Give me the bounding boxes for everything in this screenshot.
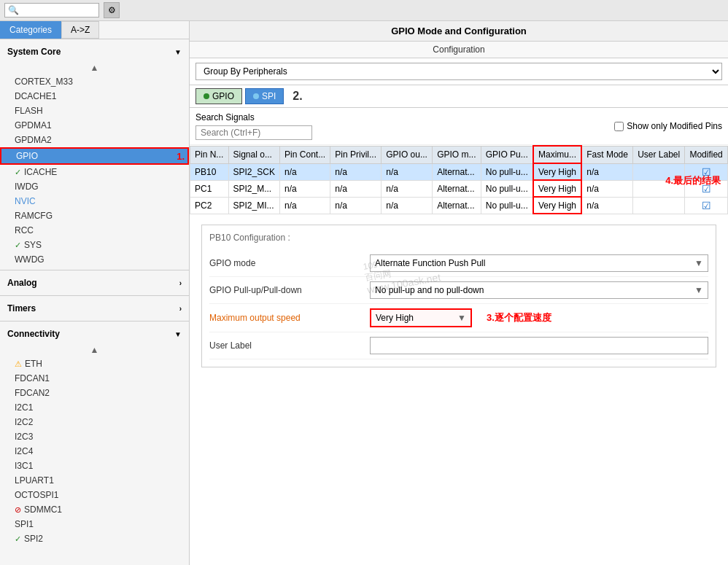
cell-modified: ☑ <box>685 197 728 214</box>
cell-gpio-pu: No pull-u... <box>481 197 533 214</box>
cell-pin: PC1 <box>190 180 229 197</box>
gpio-pullup-select[interactable]: No pull-up and no pull-down ▼ <box>370 281 708 299</box>
cell-pin-cont: n/a <box>280 163 330 180</box>
sidebar-item-flash[interactable]: FLASH <box>0 104 189 118</box>
sidebar-item-iwdg[interactable]: IWDG <box>0 179 189 194</box>
sidebar-item-lpuart1[interactable]: LPUART1 <box>0 473 189 488</box>
gpio-pullup-value: No pull-up and no pull-down ▼ <box>370 281 708 299</box>
sidebar-item-gpdma2[interactable]: GPDMA2 <box>0 133 189 147</box>
sidebar-item-i2c3[interactable]: I2C3 <box>0 429 189 444</box>
cell-signal: SPI2_MI... <box>228 197 280 214</box>
cell-pin: PC2 <box>190 197 229 214</box>
item-label: RCC <box>15 225 34 235</box>
section-connectivity[interactable]: Connectivity ▼ <box>0 324 189 343</box>
spi-tab-label: SPI <box>262 91 276 101</box>
table-row[interactable]: PC1 SPI2_M... n/a n/a n/a Alternat... No… <box>190 180 728 197</box>
sidebar-item-fdcan2[interactable]: FDCAN2 <box>0 386 189 400</box>
search-signals-input[interactable] <box>195 125 312 140</box>
cell-pin: PB10 <box>190 163 229 180</box>
group-by-select[interactable]: Group By Peripherals <box>195 63 722 80</box>
tab-atoz[interactable]: A->Z <box>61 21 99 39</box>
sidebar-item-dcache1[interactable]: DCACHE1 <box>0 89 189 104</box>
gpio-pullup-label: GPIO Pull-up/Pull-down <box>209 285 370 295</box>
user-label-input[interactable] <box>370 337 708 354</box>
cell-pin-cont: n/a <box>280 197 330 214</box>
item-label: SPI1 <box>15 519 34 529</box>
col-gpio-out: GPIO ou... <box>382 146 433 163</box>
sidebar-item-gpdma1[interactable]: GPDMA1 <box>0 118 189 133</box>
section-connectivity-label: Connectivity <box>7 329 60 339</box>
sidebar-item-sys[interactable]: ✓ SYS <box>0 238 189 252</box>
sidebar-item-i2c4[interactable]: I2C4 <box>0 444 189 459</box>
check-icon: ✓ <box>15 534 21 544</box>
table-container: Pin N... Signal o... Pin Cont... Pin Pri… <box>190 145 728 214</box>
gpio-mode-label: GPIO mode <box>209 258 370 268</box>
group-by-row: Group By Peripherals <box>190 58 728 85</box>
top-bar: 🔍 ⚙ <box>0 0 728 21</box>
section-timers[interactable]: Timers › <box>0 299 189 318</box>
spi-tab[interactable]: SPI <box>245 88 284 104</box>
sidebar-item-sdmmc1[interactable]: ⊘ SDMMC1 <box>0 502 189 517</box>
section-analog-label: Analog <box>7 278 37 288</box>
tab-categories[interactable]: Categories <box>0 21 61 39</box>
table-wrapper: Pin N... Signal o... Pin Cont... Pin Pri… <box>190 145 728 214</box>
col-gpio-pu: GPIO Pu... <box>481 146 533 163</box>
item-label: SYS <box>24 240 42 250</box>
show-modified-label: Show only Modified Pins <box>627 121 722 131</box>
top-search-box[interactable]: 🔍 <box>4 3 99 17</box>
cell-max-speed: Very High <box>533 180 581 197</box>
scroll-up-arrow2[interactable]: ▲ <box>0 343 189 356</box>
checkbox-checked-icon: ☑ <box>702 200 711 211</box>
check-icon: ✓ <box>15 168 21 177</box>
item-label: ETH <box>25 359 42 369</box>
sidebar-item-fdcan1[interactable]: FDCAN1 <box>0 371 189 386</box>
chevron-right-icon: › <box>179 279 182 287</box>
step3-annotation: 3.逐个配置速度 <box>487 311 551 324</box>
sidebar-item-icache[interactable]: ✓ ICACHE <box>0 165 189 179</box>
section-system-core[interactable]: System Core ▼ <box>0 42 189 61</box>
gpio-mode-select-value: Alternate Function Push Pull <box>375 258 485 268</box>
table-row[interactable]: PC2 SPI2_MI... n/a n/a n/a Alternat... N… <box>190 197 728 214</box>
sidebar-item-rcc[interactable]: RCC <box>0 223 189 238</box>
gpio-mode-value: Alternate Function Push Pull ▼ <box>370 254 708 272</box>
section-timers-label: Timers <box>7 303 36 313</box>
item-label: FLASH <box>15 106 43 116</box>
section-analog[interactable]: Analog › <box>0 273 189 292</box>
item-label: ICACHE <box>24 167 57 177</box>
gpio-tab[interactable]: GPIO <box>195 88 242 104</box>
cell-pin-cont: n/a <box>280 180 330 197</box>
user-label-field: User Label <box>209 332 708 359</box>
sidebar-item-i3c1[interactable]: I3C1 <box>0 459 189 473</box>
signal-tabs: GPIO SPI 2. <box>190 85 728 108</box>
scroll-up-arrow[interactable]: ▲ <box>0 61 189 74</box>
sidebar-item-gpio[interactable]: GPIO 1. <box>0 147 189 165</box>
show-modified-checkbox[interactable] <box>614 122 624 131</box>
sidebar-item-spi2[interactable]: ✓ SPI2 <box>0 531 189 546</box>
item-label: GPDMA1 <box>15 120 52 130</box>
sidebar-item-ramcfg[interactable]: RAMCFG <box>0 209 189 223</box>
spi-dot-icon <box>253 93 259 99</box>
gpio-mode-select[interactable]: Alternate Function Push Pull ▼ <box>370 254 708 272</box>
sidebar-item-wwdg[interactable]: WWDG <box>0 252 189 267</box>
sidebar-item-eth[interactable]: ⚠ ETH <box>0 356 189 371</box>
item-label: CORTEX_M33 <box>15 77 73 87</box>
sidebar-item-cortex-m33[interactable]: CORTEX_M33 <box>0 74 189 89</box>
cell-gpio-out: n/a <box>382 180 433 197</box>
sidebar-item-nvic[interactable]: NVIC <box>0 194 189 209</box>
item-label: I2C3 <box>15 432 33 442</box>
max-speed-select[interactable]: Very High ▼ <box>370 308 472 327</box>
sidebar-item-i2c2[interactable]: I2C2 <box>0 415 189 429</box>
col-pin-n: Pin N... <box>190 146 229 163</box>
sidebar-item-i2c1[interactable]: I2C1 <box>0 400 189 415</box>
table-row[interactable]: PB10 SPI2_SCK n/a n/a n/a Alternat... No… <box>190 163 728 180</box>
sidebar-item-spi1[interactable]: SPI1 <box>0 517 189 531</box>
cell-max-speed: Very High <box>533 163 581 180</box>
max-speed-field: Maximum output speed Very High ▼ 3.逐个配置速… <box>209 304 708 332</box>
settings-button[interactable]: ⚙ <box>104 2 120 18</box>
top-search-input[interactable] <box>19 5 92 15</box>
show-modified-row: Show only Modified Pins <box>614 121 722 131</box>
pb10-config-title: PB10 Configuration : <box>209 233 708 243</box>
gpio-dot-icon <box>204 93 209 99</box>
sidebar-item-octospi1[interactable]: OCTOSPI1 <box>0 488 189 502</box>
user-label-value <box>370 337 708 354</box>
